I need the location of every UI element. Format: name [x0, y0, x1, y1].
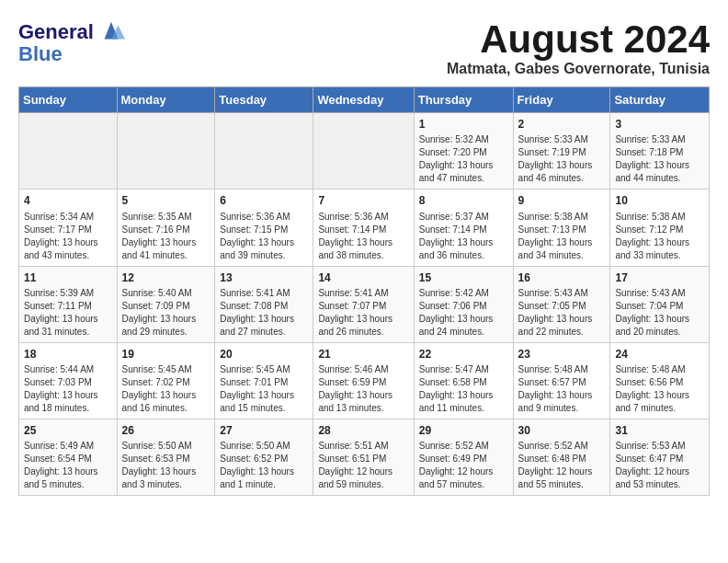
day-number: 26: [122, 423, 210, 438]
day-info: Sunrise: 5:43 AM Sunset: 7:05 PM Dayligh…: [518, 287, 606, 339]
day-number: 5: [122, 193, 210, 208]
calendar-cell: 27Sunrise: 5:50 AM Sunset: 6:52 PM Dayli…: [215, 419, 313, 495]
calendar-cell: 13Sunrise: 5:41 AM Sunset: 7:08 PM Dayli…: [215, 266, 313, 342]
day-info: Sunrise: 5:32 AM Sunset: 7:20 PM Dayligh…: [419, 133, 508, 185]
main-title: August 2024: [447, 18, 710, 61]
day-info: Sunrise: 5:47 AM Sunset: 6:58 PM Dayligh…: [419, 363, 508, 415]
calendar-cell: 28Sunrise: 5:51 AM Sunset: 6:51 PM Dayli…: [313, 419, 414, 495]
calendar-week-1: 1Sunrise: 5:32 AM Sunset: 7:20 PM Daylig…: [19, 113, 710, 190]
day-number: 20: [220, 347, 308, 362]
calendar-cell: 25Sunrise: 5:49 AM Sunset: 6:54 PM Dayli…: [19, 419, 118, 495]
day-info: Sunrise: 5:39 AM Sunset: 7:11 PM Dayligh…: [24, 287, 112, 339]
calendar-cell: 6Sunrise: 5:36 AM Sunset: 7:15 PM Daylig…: [215, 190, 313, 266]
day-info: Sunrise: 5:52 AM Sunset: 6:49 PM Dayligh…: [419, 440, 508, 491]
day-info: Sunrise: 5:48 AM Sunset: 6:56 PM Dayligh…: [615, 363, 704, 415]
day-info: Sunrise: 5:37 AM Sunset: 7:14 PM Dayligh…: [419, 211, 508, 262]
calendar-cell: 31Sunrise: 5:53 AM Sunset: 6:47 PM Dayli…: [610, 419, 710, 495]
day-info: Sunrise: 5:51 AM Sunset: 6:51 PM Dayligh…: [318, 440, 408, 491]
day-info: Sunrise: 5:36 AM Sunset: 7:15 PM Dayligh…: [220, 211, 308, 262]
calendar-cell: 2Sunrise: 5:33 AM Sunset: 7:19 PM Daylig…: [513, 113, 610, 190]
day-number: 30: [518, 423, 606, 438]
day-number: 15: [419, 270, 508, 285]
day-info: Sunrise: 5:41 AM Sunset: 7:08 PM Dayligh…: [220, 287, 308, 339]
day-info: Sunrise: 5:45 AM Sunset: 7:02 PM Dayligh…: [122, 363, 210, 415]
day-number: 29: [419, 423, 508, 438]
calendar-week-2: 4Sunrise: 5:34 AM Sunset: 7:17 PM Daylig…: [19, 190, 710, 266]
day-header-sunday: Sunday: [19, 87, 118, 113]
calendar-cell: 20Sunrise: 5:45 AM Sunset: 7:01 PM Dayli…: [215, 342, 313, 419]
calendar-cell: 1Sunrise: 5:32 AM Sunset: 7:20 PM Daylig…: [414, 113, 513, 190]
calendar-week-5: 25Sunrise: 5:49 AM Sunset: 6:54 PM Dayli…: [19, 419, 710, 495]
calendar-cell: 5Sunrise: 5:35 AM Sunset: 7:16 PM Daylig…: [117, 190, 215, 266]
day-number: 23: [518, 347, 606, 362]
day-info: Sunrise: 5:50 AM Sunset: 6:52 PM Dayligh…: [220, 440, 308, 491]
day-number: 17: [615, 270, 704, 285]
day-header-saturday: Saturday: [610, 87, 710, 113]
day-number: 21: [318, 347, 408, 362]
calendar-cell: [313, 113, 414, 190]
day-number: 31: [615, 423, 704, 438]
day-info: Sunrise: 5:43 AM Sunset: 7:04 PM Dayligh…: [615, 287, 704, 339]
day-header-friday: Friday: [513, 87, 610, 113]
calendar-cell: 19Sunrise: 5:45 AM Sunset: 7:02 PM Dayli…: [117, 342, 215, 419]
day-info: Sunrise: 5:35 AM Sunset: 7:16 PM Dayligh…: [122, 211, 210, 262]
day-number: 9: [518, 193, 606, 208]
day-number: 27: [220, 423, 308, 438]
calendar-cell: 17Sunrise: 5:43 AM Sunset: 7:04 PM Dayli…: [610, 266, 710, 342]
calendar-cell: 12Sunrise: 5:40 AM Sunset: 7:09 PM Dayli…: [117, 266, 215, 342]
calendar-cell: 16Sunrise: 5:43 AM Sunset: 7:05 PM Dayli…: [513, 266, 610, 342]
subtitle: Matmata, Gabes Governorate, Tunisia: [447, 61, 710, 77]
calendar-header-row: SundayMondayTuesdayWednesdayThursdayFrid…: [19, 87, 710, 113]
day-number: 28: [318, 423, 408, 438]
day-info: Sunrise: 5:38 AM Sunset: 7:13 PM Dayligh…: [518, 211, 606, 262]
calendar-cell: 10Sunrise: 5:38 AM Sunset: 7:12 PM Dayli…: [610, 190, 710, 266]
calendar-cell: 21Sunrise: 5:46 AM Sunset: 6:59 PM Dayli…: [313, 342, 414, 419]
calendar-cell: 14Sunrise: 5:41 AM Sunset: 7:07 PM Dayli…: [313, 266, 414, 342]
calendar-cell: 26Sunrise: 5:50 AM Sunset: 6:53 PM Dayli…: [117, 419, 215, 495]
day-header-monday: Monday: [117, 87, 215, 113]
calendar-cell: 24Sunrise: 5:48 AM Sunset: 6:56 PM Dayli…: [610, 342, 710, 419]
day-number: 14: [318, 270, 408, 285]
day-info: Sunrise: 5:33 AM Sunset: 7:18 PM Dayligh…: [615, 133, 704, 185]
day-info: Sunrise: 5:36 AM Sunset: 7:14 PM Dayligh…: [318, 211, 408, 262]
day-number: 4: [24, 193, 112, 208]
calendar-cell: 22Sunrise: 5:47 AM Sunset: 6:58 PM Dayli…: [414, 342, 513, 419]
calendar-week-3: 11Sunrise: 5:39 AM Sunset: 7:11 PM Dayli…: [19, 266, 710, 342]
day-number: 1: [419, 117, 508, 132]
calendar-cell: 3Sunrise: 5:33 AM Sunset: 7:18 PM Daylig…: [610, 113, 710, 190]
day-info: Sunrise: 5:46 AM Sunset: 6:59 PM Dayligh…: [318, 363, 408, 415]
day-number: 19: [122, 347, 210, 362]
calendar-cell: 7Sunrise: 5:36 AM Sunset: 7:14 PM Daylig…: [313, 190, 414, 266]
day-number: 11: [24, 270, 112, 285]
logo: General Blue: [18, 18, 125, 66]
day-number: 18: [24, 347, 112, 362]
day-number: 7: [318, 193, 408, 208]
day-info: Sunrise: 5:34 AM Sunset: 7:17 PM Dayligh…: [24, 211, 112, 262]
calendar-cell: 9Sunrise: 5:38 AM Sunset: 7:13 PM Daylig…: [513, 190, 610, 266]
day-number: 22: [419, 347, 508, 362]
day-info: Sunrise: 5:40 AM Sunset: 7:09 PM Dayligh…: [122, 287, 210, 339]
calendar-cell: 4Sunrise: 5:34 AM Sunset: 7:17 PM Daylig…: [19, 190, 118, 266]
day-info: Sunrise: 5:33 AM Sunset: 7:19 PM Dayligh…: [518, 133, 606, 185]
header: General Blue August 2024 Matmata, Gabes …: [18, 18, 710, 77]
day-header-thursday: Thursday: [414, 87, 513, 113]
day-number: 12: [122, 270, 210, 285]
day-number: 24: [615, 347, 704, 362]
day-info: Sunrise: 5:45 AM Sunset: 7:01 PM Dayligh…: [220, 363, 308, 415]
day-number: 13: [220, 270, 308, 285]
day-info: Sunrise: 5:44 AM Sunset: 7:03 PM Dayligh…: [24, 363, 112, 415]
calendar-cell: [215, 113, 313, 190]
day-info: Sunrise: 5:38 AM Sunset: 7:12 PM Dayligh…: [615, 211, 704, 262]
calendar-table: SundayMondayTuesdayWednesdayThursdayFrid…: [18, 86, 710, 496]
logo-icon: [97, 18, 125, 46]
day-number: 16: [518, 270, 606, 285]
day-info: Sunrise: 5:42 AM Sunset: 7:06 PM Dayligh…: [419, 287, 508, 339]
day-header-wednesday: Wednesday: [313, 87, 414, 113]
day-number: 8: [419, 193, 508, 208]
calendar-cell: 18Sunrise: 5:44 AM Sunset: 7:03 PM Dayli…: [19, 342, 118, 419]
day-header-tuesday: Tuesday: [215, 87, 313, 113]
calendar-cell: 29Sunrise: 5:52 AM Sunset: 6:49 PM Dayli…: [414, 419, 513, 495]
calendar-cell: 11Sunrise: 5:39 AM Sunset: 7:11 PM Dayli…: [19, 266, 118, 342]
logo-text: General: [18, 21, 94, 43]
calendar-cell: [19, 113, 118, 190]
